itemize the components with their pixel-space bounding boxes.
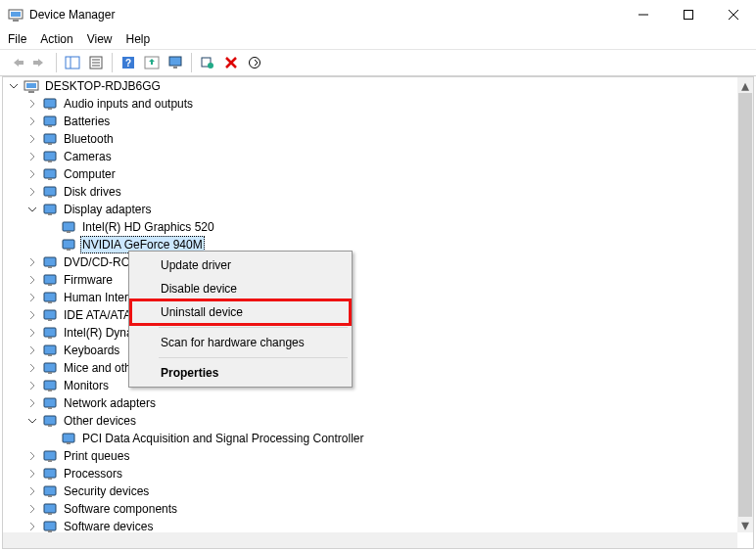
tree-category[interactable]: Disk drives [3, 183, 737, 201]
close-button[interactable] [711, 0, 756, 29]
maximize-button[interactable] [666, 0, 711, 29]
tree-category[interactable]: DVD/CD-ROM [3, 253, 737, 271]
svg-rect-21 [44, 99, 56, 108]
expander-icon[interactable] [27, 345, 38, 356]
expander-icon[interactable] [27, 169, 38, 180]
help-button[interactable]: ? [118, 52, 139, 73]
tree-category[interactable]: Human Interfa [3, 289, 737, 306]
update-driver-icon[interactable] [141, 52, 163, 73]
back-button[interactable] [6, 52, 27, 73]
tree-category[interactable]: Software components [3, 500, 737, 518]
tree-category[interactable]: Software devices [3, 518, 737, 532]
tree-device[interactable]: NVIDIA GeForce 940M [3, 236, 737, 253]
minimize-button[interactable] [621, 0, 666, 29]
expander-icon[interactable] [27, 363, 38, 374]
device-icon [42, 501, 58, 517]
tree-category[interactable]: Mice and othe [3, 359, 737, 377]
expander-icon[interactable] [27, 310, 38, 321]
expander-icon[interactable] [27, 99, 38, 110]
expander-icon[interactable] [27, 416, 38, 427]
device-icon [42, 395, 58, 411]
expander-icon[interactable] [27, 275, 38, 286]
tree-category[interactable]: IDE ATA/ATAP [3, 306, 737, 324]
tree-item-label: Monitors [62, 377, 111, 394]
expander-icon[interactable] [27, 486, 38, 497]
svg-rect-25 [44, 134, 56, 143]
enable-icon[interactable] [244, 52, 265, 73]
horizontal-scrollbar[interactable] [3, 532, 737, 548]
svg-point-16 [208, 63, 213, 69]
expander-icon[interactable] [27, 116, 38, 127]
tree-category[interactable]: Audio inputs and outputs [3, 95, 737, 113]
menu-help[interactable]: Help [126, 32, 151, 46]
tree-category[interactable]: Firmware [3, 271, 737, 289]
device-icon [42, 343, 58, 358]
tree-item-label: Computer [62, 165, 118, 183]
svg-rect-47 [44, 328, 56, 337]
device-icon [42, 519, 58, 532]
ctx-update-driver[interactable]: Update driver [131, 253, 350, 277]
scrollbar-thumb[interactable] [738, 93, 752, 517]
tree-category[interactable]: Network adapters [3, 394, 737, 412]
scroll-up-icon[interactable]: ▴ [737, 77, 753, 93]
tree-device[interactable]: Intel(R) HD Graphics 520 [3, 218, 737, 236]
expander-icon[interactable] [27, 205, 38, 215]
device-icon [42, 325, 58, 341]
tree-category[interactable]: Intel(R) Dynar [3, 324, 737, 342]
expander-icon[interactable] [27, 469, 38, 480]
expander-icon[interactable] [27, 451, 38, 462]
svg-rect-23 [44, 116, 56, 125]
menu-action[interactable]: Action [40, 32, 72, 46]
expander-icon[interactable] [46, 434, 57, 444]
vertical-scrollbar[interactable]: ▴ ▾ [737, 77, 753, 532]
expander-icon[interactable] [46, 222, 57, 233]
svg-rect-13 [169, 57, 181, 66]
tree-category[interactable]: Monitors [3, 377, 737, 394]
scan-hardware-icon[interactable] [197, 52, 218, 73]
expander-icon[interactable] [27, 257, 38, 268]
uninstall-icon[interactable] [220, 52, 242, 73]
ctx-disable-device[interactable]: Disable device [131, 277, 350, 300]
tree-category[interactable]: Print queues [3, 447, 737, 465]
ctx-scan-hardware[interactable]: Scan for hardware changes [131, 331, 350, 354]
tree-category[interactable]: Batteries [3, 113, 737, 130]
svg-rect-43 [44, 293, 56, 301]
device-tree[interactable]: DESKTOP-RDJB6GGAudio inputs and outputsB… [3, 77, 737, 532]
expander-icon[interactable] [27, 504, 38, 515]
ctx-uninstall-device[interactable]: Uninstall device [131, 300, 350, 324]
tree-category[interactable]: Other devices [3, 412, 737, 430]
expander-icon[interactable] [27, 522, 38, 532]
tree-item-label: Cameras [62, 148, 114, 165]
properties-button[interactable] [85, 52, 107, 73]
expander-icon[interactable] [27, 152, 38, 162]
tree-category[interactable]: Keyboards [3, 342, 737, 359]
menu-file[interactable]: File [8, 32, 26, 46]
show-hide-tree-button[interactable] [62, 52, 83, 73]
expander-icon[interactable] [27, 187, 38, 198]
tree-category[interactable]: Security devices [3, 482, 737, 500]
scroll-down-icon[interactable]: ▾ [737, 517, 753, 532]
tree-category[interactable]: Computer [3, 165, 737, 183]
monitor-icon[interactable] [165, 52, 186, 73]
expander-icon[interactable] [27, 134, 38, 145]
svg-rect-31 [44, 187, 56, 196]
tree-root[interactable]: DESKTOP-RDJB6GG [3, 77, 737, 95]
svg-rect-29 [44, 169, 56, 178]
expander-icon[interactable] [27, 398, 38, 409]
tree-category[interactable]: Display adapters [3, 201, 737, 218]
expander-icon[interactable] [46, 240, 57, 251]
expander-icon[interactable] [9, 81, 20, 92]
expander-icon[interactable] [27, 381, 38, 391]
tree-category[interactable]: Bluetooth [3, 130, 737, 148]
tree-category[interactable]: Cameras [3, 148, 737, 165]
forward-button[interactable] [29, 52, 51, 73]
tree-device[interactable]: PCI Data Acquisition and Signal Processi… [3, 430, 737, 447]
expander-icon[interactable] [27, 328, 38, 339]
svg-rect-32 [48, 196, 52, 198]
tree-category[interactable]: Processors [3, 465, 737, 482]
ctx-properties[interactable]: Properties [131, 361, 350, 385]
menu-view[interactable]: View [87, 32, 113, 46]
svg-rect-35 [63, 222, 74, 231]
expander-icon[interactable] [27, 293, 38, 303]
tree-item-label: Security devices [62, 482, 151, 500]
